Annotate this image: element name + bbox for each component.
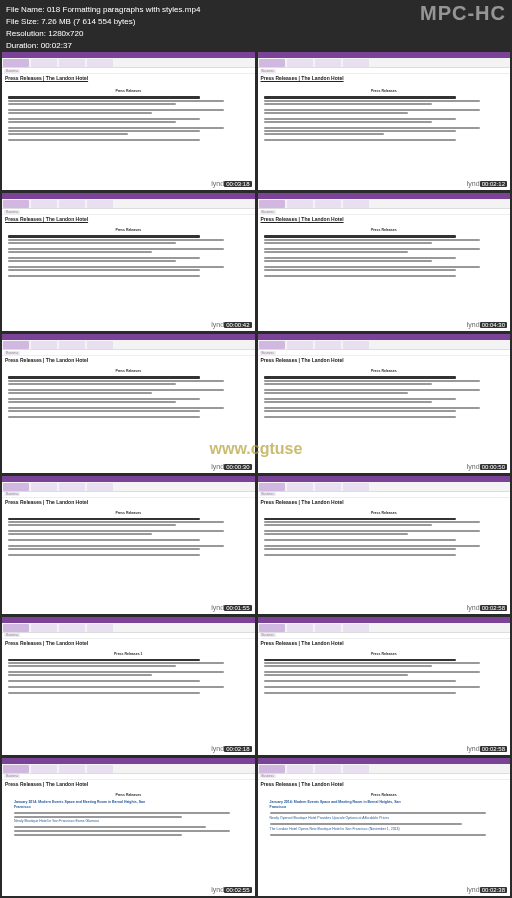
page-title: Press Releases | The Landon Hotel bbox=[2, 215, 255, 223]
page-content: Press Releases bbox=[258, 223, 511, 331]
page-content: Press Releases bbox=[2, 364, 255, 472]
watermark: lynd00:00:42 bbox=[211, 321, 251, 328]
thumbnail[interactable]: Business Press Releases | The Landon Hot… bbox=[2, 52, 255, 190]
page-title: Press Releases | The Landon Hotel bbox=[258, 215, 511, 223]
thumbnail-grid: Business Press Releases | The Landon Hot… bbox=[2, 52, 510, 896]
link[interactable]: Newly Opened Boutique Hotel Provides Ups… bbox=[264, 816, 505, 821]
watermark: lynd00:02:58 bbox=[467, 604, 507, 611]
page-title: Press Releases | The Landon Hotel bbox=[258, 498, 511, 506]
watermark: lynd00:01:55 bbox=[211, 604, 251, 611]
ribbon-toolbar bbox=[258, 199, 511, 209]
thumbnail[interactable]: Business Press Releases | The Landon Hot… bbox=[258, 617, 511, 755]
watermark: lynd00:04:30 bbox=[467, 321, 507, 328]
ribbon-toolbar bbox=[2, 58, 255, 68]
link[interactable]: Newly Boutique Hotel in San Francisco Ea… bbox=[8, 819, 249, 824]
player-logo: MPC-HC bbox=[420, 2, 506, 25]
ribbon-toolbar bbox=[2, 623, 255, 633]
page-title: Press Releases | The Landon Hotel bbox=[2, 74, 255, 82]
watermark: lynd00:00:50 bbox=[467, 463, 507, 470]
ribbon-toolbar bbox=[2, 482, 255, 492]
thumbnail[interactable]: Business Press Releases | The Landon Hot… bbox=[2, 617, 255, 755]
ribbon-toolbar bbox=[2, 199, 255, 209]
page-content: Press Releases January 2014: Modern Even… bbox=[258, 788, 511, 896]
watermark: lynd00:03:18 bbox=[211, 180, 251, 187]
ribbon-toolbar bbox=[2, 764, 255, 774]
page-content: Press Releases bbox=[258, 364, 511, 472]
page-title: Press Releases | The Landon Hotel bbox=[258, 780, 511, 788]
page-content: Press Releases bbox=[2, 506, 255, 614]
thumbnail[interactable]: Business Press Releases | The Landon Hot… bbox=[2, 476, 255, 614]
thumbnail[interactable]: Business Press Releases | The Landon Hot… bbox=[2, 193, 255, 331]
watermark: lynd00:02:38 bbox=[467, 886, 507, 893]
page-content: Press Releases bbox=[258, 84, 511, 190]
link-heading[interactable]: Francisco bbox=[264, 805, 505, 810]
page-title: Press Releases | The Landon Hotel bbox=[2, 780, 255, 788]
page-content: Press Releases bbox=[2, 84, 255, 190]
page-title: Press Releases | The Landon Hotel bbox=[2, 498, 255, 506]
page-content: Press Releases bbox=[258, 647, 511, 755]
thumbnail[interactable]: Business Press Releases | The Landon Hot… bbox=[258, 334, 511, 472]
page-title: Press Releases | The Landon Hotel bbox=[2, 639, 255, 647]
thumbnail[interactable]: Business Press Releases | The Landon Hot… bbox=[2, 758, 255, 896]
page-content: Press Releases bbox=[258, 506, 511, 614]
page-title: Press Releases | The Landon Hotel bbox=[2, 356, 255, 364]
ribbon-toolbar bbox=[258, 482, 511, 492]
page-content: Press Releases January 2014: Modern Even… bbox=[2, 788, 255, 896]
page-title: Press Releases | The Landon Hotel bbox=[258, 74, 511, 82]
ribbon-toolbar bbox=[2, 340, 255, 350]
watermark: lynd00:02:18 bbox=[211, 745, 251, 752]
page-content: Press Releases 1 bbox=[2, 647, 255, 755]
link[interactable]: The Landon Hotel Opens New Boutique Hote… bbox=[264, 827, 505, 832]
thumbnail[interactable]: Business Press Releases | The Landon Hot… bbox=[258, 52, 511, 190]
ribbon-toolbar bbox=[258, 340, 511, 350]
thumbnail[interactable]: Business Press Releases | The Landon Hot… bbox=[2, 334, 255, 472]
watermark: lynd00:00:30 bbox=[211, 463, 251, 470]
ribbon-toolbar bbox=[258, 58, 511, 68]
page-content: Press Releases bbox=[2, 223, 255, 331]
watermark: lynd00:02:12 bbox=[467, 180, 507, 187]
ribbon-toolbar bbox=[258, 764, 511, 774]
thumbnail[interactable]: Business Press Releases | The Landon Hot… bbox=[258, 758, 511, 896]
thumbnail[interactable]: Business Press Releases | The Landon Hot… bbox=[258, 476, 511, 614]
page-title: Press Releases | The Landon Hotel bbox=[258, 639, 511, 647]
ribbon-toolbar bbox=[258, 623, 511, 633]
thumbnail[interactable]: Business Press Releases | The Landon Hot… bbox=[258, 193, 511, 331]
watermark: lynd00:02:58 bbox=[467, 745, 507, 752]
page-title: Press Releases | The Landon Hotel bbox=[258, 356, 511, 364]
watermark: lynd00:02:55 bbox=[211, 886, 251, 893]
link-heading[interactable]: Francisco bbox=[8, 805, 249, 810]
file-info-header: File Name: 018 Formatting paragraphs wit… bbox=[0, 0, 512, 56]
